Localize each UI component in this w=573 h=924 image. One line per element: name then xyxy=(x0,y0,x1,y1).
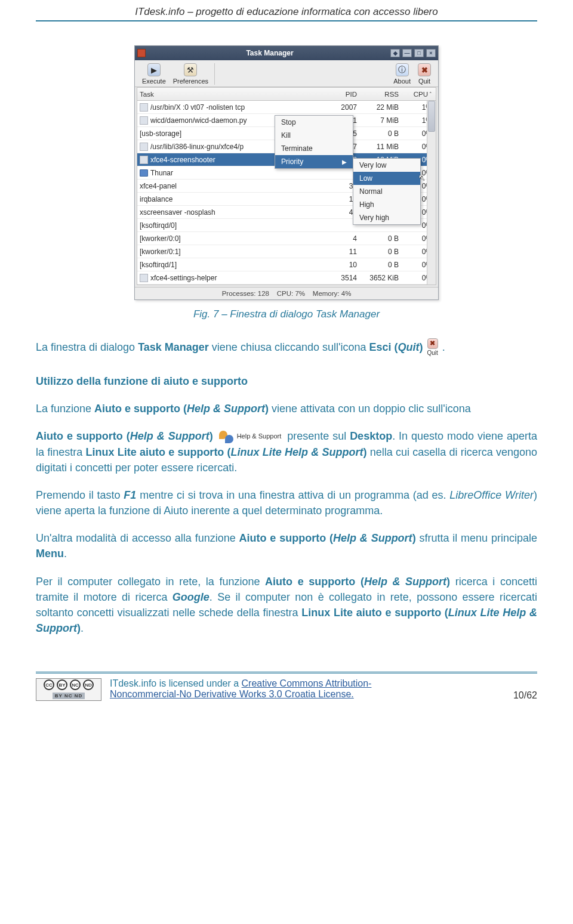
pid-cell: 4 xyxy=(353,234,357,243)
mouse-cursor-icon: ↖ xyxy=(418,173,425,182)
preferences-icon: ⚒ xyxy=(184,63,197,76)
pid-cell: 3514 xyxy=(341,274,357,282)
section-heading: Utilizzo della funzione di aiuto e suppo… xyxy=(36,373,537,389)
minimize-button[interactable]: — xyxy=(402,49,412,57)
execute-button[interactable]: ▶ Execute xyxy=(138,62,170,86)
context-menu: StopKillTerminatePriority▶ xyxy=(275,115,353,169)
preferences-label: Preferences xyxy=(173,78,208,85)
memory-label: Memory: xyxy=(313,290,340,297)
cc-circle: CC xyxy=(44,679,54,690)
paragraph-4: Premendo il tasto F1 mentre ci si trova … xyxy=(36,487,537,518)
priority-option[interactable]: Very low xyxy=(353,159,420,172)
license-link-2[interactable]: Noncommercial-No Derivative Works 3.0 Cr… xyxy=(110,689,354,699)
task-name-cell: [kworker/0:0] xyxy=(140,234,324,243)
vertical-scrollbar[interactable] xyxy=(427,101,436,285)
col-pid[interactable]: PID xyxy=(346,91,357,98)
rss-cell: 7 MiB xyxy=(380,116,399,125)
sort-indicator-icon: ˄ xyxy=(429,91,432,97)
close-button[interactable]: × xyxy=(426,49,436,57)
help-support-inline-label: Help & Support xyxy=(237,432,282,441)
col-task[interactable]: Task xyxy=(140,91,324,98)
priority-option[interactable]: Very high xyxy=(353,211,420,224)
about-button[interactable]: ⓘ About xyxy=(390,62,414,86)
context-menu-item[interactable]: Priority▶ xyxy=(275,155,353,168)
process-icon xyxy=(140,116,148,125)
task-name-cell: /usr/bin/X :0 vt07 -nolisten tcp xyxy=(140,103,324,112)
table-row[interactable]: [ksoftirqd/1]100 B0% xyxy=(137,258,436,271)
cc-circle: ND xyxy=(83,679,94,690)
task-name-cell: xscreensaver -nosplash xyxy=(140,208,324,217)
window-title: Task Manager xyxy=(149,49,390,57)
header-text: ITdesk.info – progetto di educazione inf… xyxy=(135,6,438,17)
pid-cell: 10 xyxy=(349,261,357,269)
context-menu-item[interactable]: Terminate xyxy=(275,142,353,155)
task-manager-window: Task Manager ◆ — □ × ▶ Execute ⚒ Prefere… xyxy=(134,45,439,300)
priority-option[interactable]: Low↖ xyxy=(353,172,420,185)
process-table: Task PID RSS CPU ˄ /usr/bin/X :0 vt07 -n… xyxy=(137,87,436,285)
task-name-cell: [ksoftirqd/0] xyxy=(140,221,324,230)
pid-cell: 11 xyxy=(349,248,357,256)
table-row[interactable]: /usr/bin/X :0 vt07 -nolisten tcp200722 M… xyxy=(137,101,436,114)
paragraph-6: Per il computer collegato in rete, la fu… xyxy=(36,574,537,636)
license-link-1[interactable]: Creative Commons Attribution- xyxy=(242,678,372,688)
figure-caption: Fig. 7 – Finestra di dialogo Task Manage… xyxy=(0,308,573,320)
pin-button[interactable]: ◆ xyxy=(390,49,400,57)
paragraph-5: Un'altra modalità di accesso alla funzio… xyxy=(36,530,537,561)
priority-submenu: Very lowLow↖NormalHighVery high xyxy=(353,158,421,225)
execute-icon: ▶ xyxy=(147,63,161,76)
table-row[interactable]: [kworker/0:0]40 B0% xyxy=(137,232,436,245)
toolbar-separator xyxy=(214,63,215,85)
footer-text: ITdesk.info is licensed under a Creative… xyxy=(110,678,505,700)
process-icon xyxy=(140,143,148,151)
cc-tag: BY NC ND xyxy=(53,693,85,699)
paragraph-1: La finestra di dialogo Task Manager vien… xyxy=(36,338,537,358)
titlebar[interactable]: Task Manager ◆ — □ × xyxy=(135,46,438,60)
rss-cell: 0 B xyxy=(388,234,399,243)
cpu-label: CPU: xyxy=(277,290,293,297)
quit-label: Quit xyxy=(418,78,430,85)
page-footer: CCBYNCND BY NC ND ITdesk.info is license… xyxy=(36,672,537,701)
col-rss[interactable]: RSS xyxy=(384,91,399,98)
priority-option[interactable]: Normal xyxy=(353,185,420,198)
page-number: 10/62 xyxy=(513,690,537,701)
body-text: La finestra di dialogo Task Manager vien… xyxy=(36,338,537,636)
quit-button[interactable]: ✖ Quit xyxy=(414,62,435,86)
context-menu-item[interactable]: Stop xyxy=(275,116,353,129)
rss-cell: 11 MiB xyxy=(377,143,399,151)
process-icon xyxy=(140,274,148,282)
task-name-cell: irqbalance xyxy=(140,195,324,203)
maximize-button[interactable]: □ xyxy=(414,49,424,57)
quit-icon: ✖ xyxy=(427,338,438,349)
paragraph-3: Aiuto e supporto (Help & Support) Help &… xyxy=(36,428,537,475)
cc-license-badge: CCBYNCND BY NC ND xyxy=(36,678,101,701)
folder-icon xyxy=(140,169,148,177)
table-header: Task PID RSS CPU ˄ xyxy=(137,88,436,101)
pid-cell: 2007 xyxy=(341,103,357,112)
rss-cell: 22 MiB xyxy=(377,103,399,112)
col-cpu[interactable]: CPU ˄ xyxy=(414,91,432,98)
preferences-button[interactable]: ⚒ Preferences xyxy=(170,62,212,86)
task-name-cell: xfce4-settings-helper xyxy=(140,274,324,282)
process-icon xyxy=(140,156,148,164)
rss-cell: 0 B xyxy=(388,248,399,256)
priority-option[interactable]: High xyxy=(353,198,420,211)
inline-quit-icon: ✖ Quit xyxy=(427,338,438,358)
toolbar: ▶ Execute ⚒ Preferences ⓘ About ✖ Quit xyxy=(135,60,438,87)
about-icon: ⓘ xyxy=(396,63,409,76)
execute-label: Execute xyxy=(142,78,166,85)
about-label: About xyxy=(393,78,411,85)
paragraph-2: La funzione Aiuto e supporto (Help & Sup… xyxy=(36,401,537,416)
table-row[interactable]: [kworker/0:1]110 B0% xyxy=(137,245,436,258)
table-row[interactable]: xfce4-settings-helper35143652 KiB0% xyxy=(137,271,436,285)
rss-cell: 0 B xyxy=(388,129,399,138)
context-menu-item[interactable]: Kill xyxy=(275,129,353,142)
app-icon xyxy=(137,49,146,57)
window-buttons: ◆ — □ × xyxy=(390,49,436,57)
rss-cell: 0 B xyxy=(388,261,399,269)
quit-icon: ✖ xyxy=(418,63,431,76)
page-header: ITdesk.info – progetto di educazione inf… xyxy=(36,0,537,21)
task-name-cell: [kworker/0:1] xyxy=(140,248,324,256)
task-name-cell: Thunar xyxy=(140,169,324,177)
process-icon xyxy=(140,103,148,112)
processes-value: 128 xyxy=(258,290,269,297)
